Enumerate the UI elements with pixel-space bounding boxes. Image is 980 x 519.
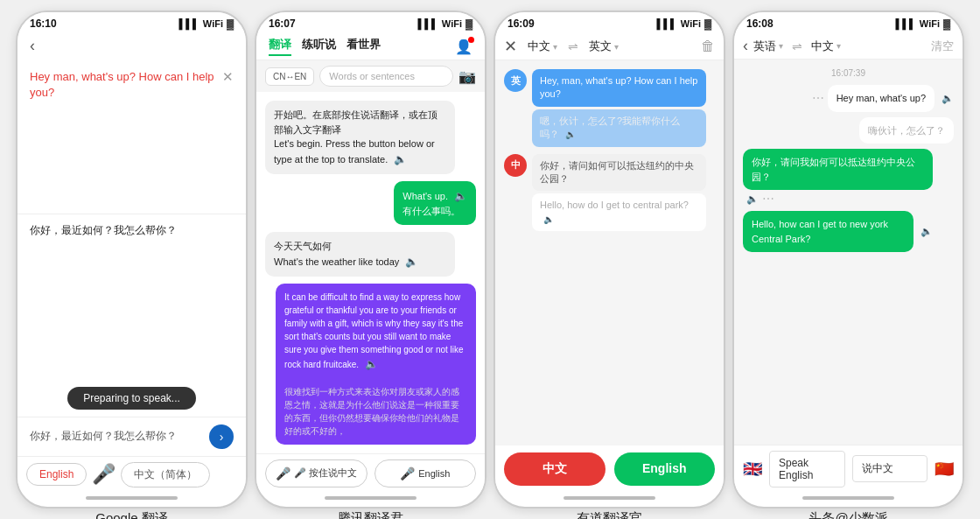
p4-msg-3-extra: 🔈 ⋯ bbox=[743, 192, 774, 206]
p4-lang-right-btn[interactable]: 中文 ▾ bbox=[811, 39, 841, 54]
p3-close-icon[interactable]: ✕ bbox=[504, 37, 517, 56]
p1-body: Hey man, what's up? How can I help you? … bbox=[18, 59, 246, 417]
p3-bubble-zh-1: 嗯，伙计，怎么了?我能帮你什么吗？ 🔈 bbox=[532, 109, 706, 147]
p3-trash-icon[interactable]: 🗑 bbox=[701, 39, 715, 54]
p2-hold-english-button[interactable]: 🎤 English bbox=[374, 459, 477, 487]
time-2: 16:07 bbox=[269, 18, 296, 30]
p4-body: 16:07:39 ⋯ Hey man, what's up? 🔈 嗨伙计，怎么了… bbox=[734, 60, 962, 445]
status-icons-4: ▌▌▌ WiFi ▓ bbox=[895, 18, 950, 29]
phones-row: 16:10 ▌▌▌ WiFi ▓ ‹ Hey man, what's up? H… bbox=[0, 0, 980, 508]
p1-input-area: 你好，最近如何？我怎么帮你？ › bbox=[18, 417, 246, 456]
p3-english-button[interactable]: English bbox=[614, 452, 716, 486]
p3-swap-arrow[interactable]: ⇌ bbox=[568, 39, 578, 53]
p3-lang-right-button[interactable]: 英文 ▾ bbox=[584, 37, 624, 56]
p3-bubble-group-2: 你好，请问如何可以抵达纽约的中央公园？ Hello, how do I get … bbox=[532, 154, 715, 232]
p3-bubble-en-2: Hello, how do I get to central park? 🔈 bbox=[532, 193, 706, 231]
p2-hold-en-label: English bbox=[418, 468, 450, 479]
p2-search-input[interactable]: Words or sentences bbox=[319, 66, 453, 87]
p4-speak-chinese-button[interactable]: 说中文 bbox=[852, 455, 928, 482]
p1-home-bar bbox=[86, 496, 177, 500]
phone1: 16:10 ▌▌▌ WiFi ▓ ‹ Hey man, what's up? H… bbox=[16, 11, 248, 508]
p3-lang-left-chevron: ▾ bbox=[553, 42, 557, 52]
p2-hold-chinese-button[interactable]: 🎤 🎤 按住说中文 bbox=[265, 459, 368, 487]
p2-bottom-bar: 🎤 🎤 按住说中文 🎤 English bbox=[256, 453, 485, 493]
p3-tts-2[interactable]: 🔈 bbox=[543, 214, 554, 224]
p3-body: Hey, man, what's up? How can I help you?… bbox=[495, 60, 724, 445]
p4-tts-4[interactable]: 🔈 bbox=[920, 226, 933, 237]
p4-lang-left-btn[interactable]: 英语 ▾ bbox=[753, 39, 783, 54]
p3-home-bar bbox=[564, 496, 654, 500]
p1-question-row: Hey man, what's up? How can I help you? … bbox=[30, 69, 234, 101]
p4-msg-1: ⋯ Hey man, what's up? 🔈 bbox=[812, 85, 954, 112]
p4-tts-1[interactable]: 🔈 bbox=[942, 93, 954, 104]
p4-lang-left-label: 英语 bbox=[753, 39, 776, 54]
p2-camera-icon[interactable]: 📷 bbox=[458, 68, 476, 85]
p3-lang-left-button[interactable]: 中文 ▾ bbox=[522, 37, 563, 56]
p2-input-row: CN↔EN Words or sentences 📷 bbox=[256, 60, 485, 92]
battery-4: ▓ bbox=[943, 18, 950, 29]
p4-bubble-2: 嗨伙计，怎么了？ bbox=[859, 117, 954, 144]
p4-lang-right-label: 中文 bbox=[811, 39, 834, 54]
p4-dots-1[interactable]: ⋯ bbox=[812, 91, 824, 105]
p2-user-icon[interactable]: 👤 bbox=[455, 39, 472, 55]
phone3-wrapper: 16:09 ▌▌▌ WiFi ▓ ✕ 中文 ▾ ⇌ 英文 ▾ 🗑 bbox=[494, 11, 725, 508]
p4-header: ‹ 英语 ▾ ⇌ 中文 ▾ 清空 bbox=[734, 32, 962, 60]
p2-tab-world[interactable]: 看世界 bbox=[346, 37, 381, 56]
status-icons-1: ▌▌▌ WiFi ▓ bbox=[178, 18, 234, 29]
p4-dots-3[interactable]: ⋯ bbox=[762, 192, 774, 206]
p1-lang-chinese-button[interactable]: 中文（简体） bbox=[121, 462, 210, 487]
p4-swap-icon[interactable]: ⇌ bbox=[792, 39, 802, 53]
p3-avatar-en: 英 bbox=[504, 69, 527, 92]
p2-tab-translate[interactable]: 翻译 bbox=[269, 37, 291, 56]
p2-tts-weather[interactable]: 🔈 bbox=[405, 256, 418, 268]
p4-bubble-3: 你好，请问我如何可以抵达纽约中央公园？ bbox=[743, 149, 933, 190]
p4-speak-zh-label: 说中文 bbox=[862, 461, 893, 476]
p3-msg-row-1: Hey, man, what's up? How can I help you?… bbox=[504, 69, 715, 147]
p2-tab-listen[interactable]: 练听说 bbox=[302, 37, 336, 56]
p2-tts-intro[interactable]: 🔈 bbox=[394, 153, 407, 165]
p3-header: ✕ 中文 ▾ ⇌ 英文 ▾ 🗑 bbox=[495, 32, 724, 60]
wifi-3: WiFi bbox=[681, 18, 701, 29]
p2-home-bar bbox=[325, 496, 416, 500]
p1-header: ‹ bbox=[18, 32, 246, 59]
back-icon-1[interactable]: ‹ bbox=[30, 37, 35, 55]
status-bar-3: 16:09 ▌▌▌ WiFi ▓ bbox=[495, 12, 724, 32]
time-3: 16:09 bbox=[508, 18, 535, 30]
p1-close-icon[interactable]: ✕ bbox=[222, 69, 234, 85]
p1-answer-area: 你好，最近如何？我怎么帮你？ bbox=[18, 221, 246, 242]
p4-back-icon[interactable]: ‹ bbox=[743, 37, 748, 55]
p2-bubble-intro: 开始吧。在底部按住说话翻译，或在顶部输入文字翻译 Let's begin. Pr… bbox=[265, 101, 455, 174]
p1-mic-button[interactable]: 🎤 bbox=[92, 463, 116, 486]
p4-tts-3[interactable]: 🔈 bbox=[746, 193, 759, 205]
p4-home-bar bbox=[802, 496, 893, 500]
p4-clear-button[interactable]: 清空 bbox=[931, 39, 954, 54]
label-2: 腾讯翻译君 bbox=[255, 510, 486, 520]
p4-msg-4-inner: Hello, how can I get to new york Central… bbox=[743, 211, 933, 252]
p3-tts-1[interactable]: 🔈 bbox=[565, 130, 576, 139]
p2-mic-zh-icon: 🎤 bbox=[276, 466, 290, 480]
status-bar-2: 16:07 ▌▌▌ WiFi ▓ bbox=[256, 12, 485, 32]
status-bar-1: 16:10 ▌▌▌ WiFi ▓ bbox=[18, 12, 246, 32]
p1-lang-english-button[interactable]: English bbox=[26, 463, 87, 486]
p2-lang-selector[interactable]: CN↔EN bbox=[265, 67, 314, 86]
p4-speak-english-button[interactable]: Speak English bbox=[769, 451, 845, 487]
p3-chinese-button[interactable]: 中文 bbox=[504, 452, 606, 486]
labels-row: Google 翻译 腾讯翻译君 有道翻译官 头条@少数派 bbox=[0, 508, 980, 520]
phone1-wrapper: 16:10 ▌▌▌ WiFi ▓ ‹ Hey man, what's up? H… bbox=[16, 11, 248, 508]
p2-tts-whatsup[interactable]: 🔈 bbox=[454, 190, 467, 202]
p3-avatar-zh: 中 bbox=[504, 154, 527, 177]
p1-divider bbox=[18, 214, 246, 214]
p1-speaking-badge: Preparing to speak... bbox=[67, 387, 196, 410]
phone3: 16:09 ▌▌▌ WiFi ▓ ✕ 中文 ▾ ⇌ 英文 ▾ 🗑 bbox=[494, 11, 725, 508]
p1-answer-text: 你好，最近如何？我怎么帮你？ bbox=[30, 224, 177, 236]
p4-msg-2: 嗨伙计，怎么了？ bbox=[859, 117, 954, 144]
p4-flag-cn: 🇨🇳 bbox=[934, 459, 954, 479]
p3-bubble-group-1: Hey, man, what's up? How can I help you?… bbox=[532, 69, 715, 147]
p2-bubble-long: It can be difficult to find a way to exp… bbox=[276, 284, 476, 445]
p1-send-button[interactable]: › bbox=[209, 424, 234, 449]
p4-flag-en: 🇬🇧 bbox=[743, 459, 762, 479]
p2-tts-long[interactable]: 🔈 bbox=[365, 358, 378, 370]
signal-3: ▌▌▌ bbox=[656, 18, 676, 29]
p2-bubble-weather: 今天天气如何 What's the weather like today 🔈 bbox=[265, 232, 455, 277]
label-4: 头条@少数派 bbox=[732, 510, 964, 520]
